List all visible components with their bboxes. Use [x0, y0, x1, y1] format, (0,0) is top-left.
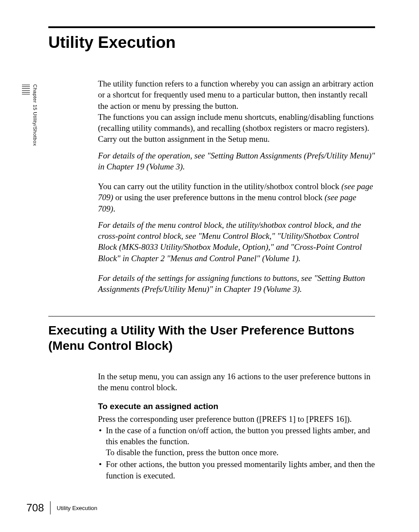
intro-paragraph-1: The utility function refers to a functio…: [98, 78, 375, 145]
reference-3: For details of the settings for assignin…: [98, 273, 375, 295]
list-item: In the case of a function on/off action,…: [98, 425, 375, 458]
footer-label: Utility Execution: [57, 505, 97, 511]
bullet-1-line-2: To disable the function, press the butto…: [106, 448, 278, 457]
sub-heading: To execute an assigned action: [98, 401, 375, 412]
footer-divider: [50, 501, 51, 514]
intro-block: The utility function refers to a functio…: [98, 78, 375, 295]
intro-text-2-post: .: [113, 204, 116, 213]
list-item: For other actions, the button you presse…: [98, 459, 375, 481]
intro-paragraph-2: You can carry out the utility function i…: [98, 181, 375, 214]
section-para-1: In the setup menu, you can assign any 16…: [98, 371, 375, 393]
bullet-2: For other actions, the button you presse…: [106, 460, 375, 480]
intro-text-1c: Carry out the button assignment in the S…: [98, 134, 270, 144]
intro-text-2-mid: or using the user preference buttons in …: [113, 193, 325, 202]
page-title: Utility Execution: [48, 26, 375, 52]
reference-1: For details of the operation, see "Setti…: [98, 150, 375, 173]
section-para-2: Press the corresponding user preference …: [98, 413, 375, 424]
side-tab: Chapter 15 Utility/Shotbox: [21, 83, 38, 146]
footer: 708 Utility Execution: [26, 501, 98, 514]
bullet-list: In the case of a function on/off action,…: [98, 425, 375, 481]
page-number: 708: [26, 502, 44, 514]
intro-text-1b: The functions you can assign include men…: [98, 112, 374, 133]
side-tab-label: Chapter 15 Utility/Shotbox: [33, 83, 38, 146]
section-block: Executing a Utility With the User Prefer…: [48, 316, 375, 481]
bullet-1-line-1: In the case of a function on/off action,…: [106, 426, 370, 446]
reference-2: For details of the menu control block, t…: [98, 219, 375, 264]
intro-text-2-pre: You can carry out the utility function i…: [98, 182, 341, 191]
section-heading: Executing a Utility With the User Prefer…: [48, 323, 375, 353]
section-body: In the setup menu, you can assign any 16…: [98, 371, 375, 481]
book-lines-icon: [21, 83, 31, 96]
intro-text-1a: The utility function refers to a functio…: [98, 79, 373, 111]
